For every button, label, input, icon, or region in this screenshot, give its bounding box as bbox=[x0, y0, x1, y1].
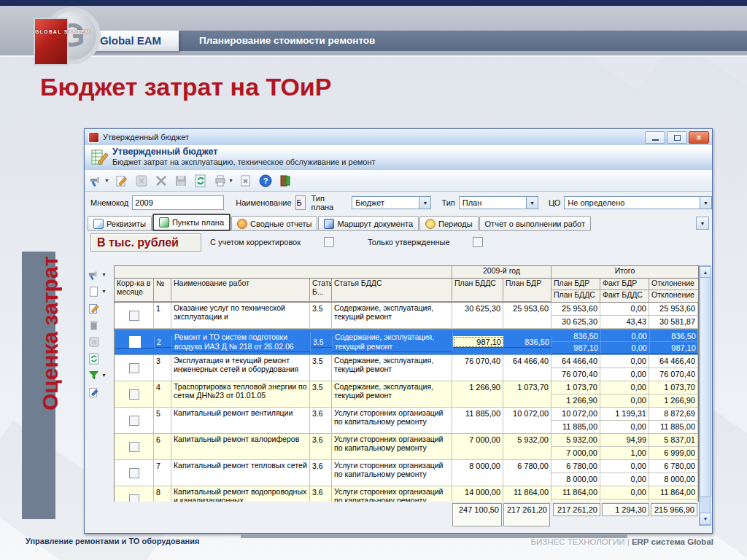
chevron-down-icon[interactable]: ▼ bbox=[104, 178, 109, 183]
row-checkbox[interactable] bbox=[115, 355, 154, 381]
window-titlebar[interactable]: Утвержденный бюджет × bbox=[85, 129, 712, 146]
total-plan-cell[interactable]: 5 932,007 000,00 bbox=[551, 434, 600, 460]
plan-bdds-cell[interactable]: 14 000,00 bbox=[452, 486, 503, 502]
table-row[interactable]: 2Ремонт и ТО систем подготовки воздуха И… bbox=[115, 329, 698, 355]
grid-edit-button[interactable] bbox=[88, 300, 112, 316]
approved-checkbox[interactable] bbox=[473, 237, 483, 247]
total-dev-cell[interactable]: 6 780,008 000,00 bbox=[649, 460, 698, 486]
total-fact-cell[interactable]: 94,991,00 bbox=[600, 434, 649, 460]
tab-marshrut-dokumenta[interactable]: Маршрут документа bbox=[318, 216, 419, 231]
plan-bdr-cell[interactable]: 64 466,40 bbox=[503, 355, 551, 381]
print-button[interactable]: ▼ bbox=[213, 174, 233, 188]
total-dev-cell[interactable]: 5 837,016 999,00 bbox=[649, 434, 698, 460]
total-dev-cell[interactable]: 836,50987,10 bbox=[650, 330, 699, 354]
col-header-total-plan-bdr[interactable]: План БДР bbox=[551, 279, 600, 290]
col-header-total-dev-bdds[interactable]: Отклонение bbox=[649, 290, 698, 302]
vertical-scrollbar[interactable]: ▲ ▼ bbox=[699, 265, 711, 526]
tab-punkty-plana[interactable]: Пункты плана bbox=[152, 214, 231, 231]
row-checkbox[interactable] bbox=[115, 381, 154, 408]
plan-bdr-cell[interactable]: 836,50 bbox=[504, 336, 552, 349]
close-document-button[interactable] bbox=[239, 174, 253, 188]
plan-bdds-cell[interactable]: 1 266,90 bbox=[452, 381, 503, 408]
plan-bdr-cell[interactable]: 11 864,00 bbox=[503, 486, 551, 502]
grid-sign-button[interactable] bbox=[88, 384, 112, 400]
table-row[interactable]: 4Траспортировка тепловой энергии по сетя… bbox=[115, 381, 698, 408]
tab-overflow-button[interactable]: ▼ bbox=[696, 217, 709, 230]
delete-button[interactable] bbox=[154, 174, 169, 188]
table-row[interactable]: 3Эксплуатация и текущий ремонт инженерны… bbox=[115, 355, 698, 381]
total-fact-cell[interactable]: 0,000,00 bbox=[600, 381, 649, 408]
col-header-article[interactable]: Статья Б... bbox=[310, 279, 332, 302]
chevron-down-icon[interactable]: ▼ bbox=[700, 197, 711, 209]
col-header-total-fact-bdds[interactable]: Факт БДДС bbox=[600, 290, 649, 302]
total-fact-cell[interactable]: 0,000,00 bbox=[601, 330, 650, 354]
total-fact-cell[interactable]: 0,000,00 bbox=[600, 460, 649, 486]
col-header-plan-bdds[interactable]: План БДДС bbox=[452, 279, 503, 302]
col-header-total-plan-bdds[interactable]: План БДДС bbox=[551, 290, 600, 302]
chevron-down-icon[interactable]: ▼ bbox=[526, 197, 538, 209]
total-plan-cell[interactable]: 836,50987,10 bbox=[552, 330, 601, 354]
plan-bdr-cell[interactable]: 5 932,00 bbox=[503, 434, 551, 460]
plan-bdds-cell[interactable]: 8 000,00 bbox=[452, 460, 503, 486]
total-plan-cell[interactable]: 11 864,00 bbox=[551, 486, 600, 502]
chevron-down-icon[interactable]: ▼ bbox=[419, 197, 430, 209]
refresh-button[interactable] bbox=[193, 174, 208, 188]
tab-rekvizity[interactable]: Реквизиты bbox=[88, 216, 152, 231]
grid-refresh-button[interactable] bbox=[88, 350, 112, 367]
col-header-corr[interactable]: Корр-ка в месяце bbox=[115, 279, 154, 302]
plan-type-select[interactable]: Бюджет ▼ bbox=[352, 196, 431, 209]
corrections-checkbox[interactable] bbox=[324, 237, 334, 247]
plan-bdds-cell[interactable]: 7 000,00 bbox=[452, 434, 503, 460]
minimize-button[interactable] bbox=[645, 131, 665, 144]
table-row[interactable]: 6Капитальный ремонт калориферов3.6Услуги… bbox=[115, 434, 698, 460]
total-fact-cell[interactable]: 0,000,00 bbox=[600, 355, 649, 381]
total-plan-cell[interactable]: 64 466,4076 070,40 bbox=[551, 355, 600, 381]
grid-new-row-button[interactable]: ▼ bbox=[88, 283, 112, 300]
plan-bdr-cell[interactable]: 10 072,00 bbox=[503, 408, 551, 434]
table-row[interactable]: 5Капитальный ремонт вентиляции3.6Услуги … bbox=[115, 408, 698, 434]
table-row[interactable]: 1Оказание услуг по технической эксплуата… bbox=[115, 303, 698, 329]
close-button[interactable]: × bbox=[689, 131, 709, 144]
table-row[interactable]: 7Капитальный ремонт тепловых сетей3.6Усл… bbox=[115, 460, 698, 486]
chevron-down-icon[interactable]: ▼ bbox=[101, 272, 107, 277]
tab-periody[interactable]: Периоды bbox=[419, 216, 479, 231]
plan-bdr-cell[interactable]: 6 780,00 bbox=[503, 460, 551, 486]
co-select[interactable]: Не определено ▼ bbox=[564, 196, 712, 209]
tools-button[interactable]: ▼ bbox=[89, 174, 109, 188]
tab-svodnye-otchety[interactable]: Сводные отчеты bbox=[231, 216, 317, 231]
col-header-plan-bdr[interactable]: План БДР bbox=[503, 279, 551, 302]
type-select[interactable]: План ▼ bbox=[459, 196, 538, 209]
scrollbar-thumb[interactable] bbox=[700, 277, 711, 497]
plan-bdr-cell[interactable]: 25 953,60 bbox=[503, 303, 551, 329]
plan-bdds-cell[interactable]: 76 070,40 bbox=[452, 355, 503, 381]
total-dev-cell[interactable]: 11 864,00 bbox=[649, 486, 698, 502]
col-header-total-dev-bdr[interactable]: Отклонение bbox=[649, 279, 698, 290]
name-input[interactable] bbox=[295, 195, 306, 210]
row-checkbox[interactable] bbox=[115, 408, 154, 434]
total-plan-cell[interactable]: 10 072,0011 885,00 bbox=[551, 408, 600, 434]
total-fact-cell[interactable]: 1 199,310,00 bbox=[600, 408, 649, 434]
total-plan-cell[interactable]: 25 953,6030 625,30 bbox=[551, 303, 600, 329]
grid-tools-button[interactable]: ▼ bbox=[88, 266, 112, 283]
grid-filter-button[interactable]: ▼ bbox=[88, 367, 112, 384]
row-checkbox[interactable] bbox=[115, 303, 154, 329]
plan-bdds-cell[interactable]: 987,10 bbox=[453, 336, 504, 349]
col-header-bdds-article[interactable]: Статья БДДС bbox=[332, 279, 452, 302]
edit-button[interactable] bbox=[115, 174, 129, 188]
tab-otchet-o-vypolnenii[interactable]: Отчет о выполнении работ bbox=[479, 216, 591, 231]
row-checkbox[interactable] bbox=[115, 486, 154, 502]
plan-bdds-cell[interactable]: 11 885,00 bbox=[452, 408, 503, 434]
help-button[interactable]: ? bbox=[258, 174, 273, 188]
col-header-num[interactable]: № bbox=[154, 279, 171, 302]
total-dev-cell[interactable]: 64 466,4076 070,40 bbox=[649, 355, 698, 381]
total-plan-cell[interactable]: 6 780,008 000,00 bbox=[551, 460, 600, 486]
row-checkbox[interactable] bbox=[115, 336, 155, 349]
total-dev-cell[interactable]: 8 872,6911 885,00 bbox=[649, 408, 698, 434]
total-plan-cell[interactable]: 1 073,701 266,90 bbox=[551, 381, 600, 408]
mnemo-input[interactable] bbox=[132, 195, 224, 210]
total-dev-cell[interactable]: 25 953,6030 581,87 bbox=[649, 303, 698, 329]
exit-button[interactable] bbox=[278, 174, 293, 188]
row-checkbox[interactable] bbox=[115, 434, 154, 460]
table-row[interactable]: 8Капитальный ремонт водопроводных и кана… bbox=[115, 486, 698, 502]
col-header-total-fact-bdr[interactable]: Факт БДР bbox=[600, 279, 649, 290]
